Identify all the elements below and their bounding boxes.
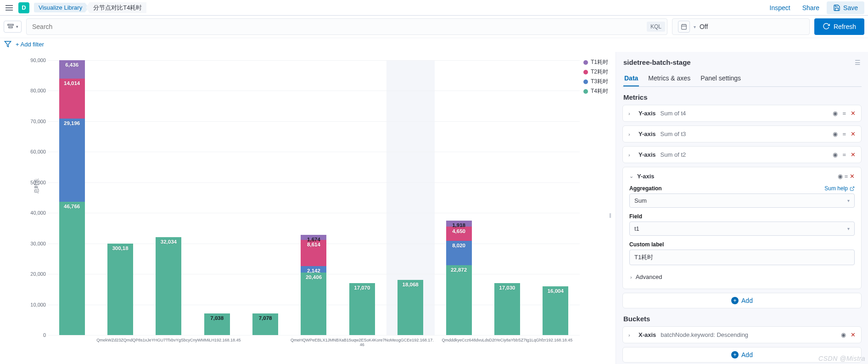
- bar-column[interactable]: 17,030: [483, 60, 531, 335]
- search-input[interactable]: [32, 23, 644, 30]
- eye-icon[interactable]: ◉: [833, 151, 838, 158]
- delete-icon[interactable]: ✕: [851, 151, 856, 158]
- tab-metrics-axes[interactable]: Metrics & axes: [647, 71, 691, 86]
- legend-label: T1耗时: [591, 58, 608, 66]
- eye-icon[interactable]: ◉: [838, 173, 843, 180]
- sum-help-link[interactable]: Sum help: [824, 185, 855, 192]
- aggregation-label: Aggregation Sum help: [629, 185, 855, 192]
- bar-segment[interactable]: 22,872: [446, 265, 472, 335]
- date-picker[interactable]: ▾ Off: [672, 18, 810, 35]
- filter-toggle[interactable]: ▾: [4, 21, 22, 33]
- eye-icon[interactable]: ◉: [841, 331, 846, 338]
- segment-label: 6,436: [65, 62, 78, 68]
- segment-label: 1,918: [452, 222, 465, 228]
- bar-segment[interactable]: 46,766: [59, 202, 85, 335]
- bar-stack: 18,068: [398, 60, 423, 335]
- bar-column[interactable]: 18,068: [386, 60, 435, 335]
- bar-segment[interactable]: 8,020: [446, 241, 472, 265]
- save-button[interactable]: Save: [827, 1, 864, 14]
- bar-segment[interactable]: 6,436: [59, 60, 85, 79]
- refresh-label: Refresh: [834, 23, 856, 30]
- filter-icon: [7, 23, 14, 30]
- segment-label: 8,020: [452, 243, 465, 248]
- calendar-icon[interactable]: [678, 21, 690, 33]
- drag-icon[interactable]: =: [842, 131, 846, 137]
- side-panel: sidetree-batch-stage ☰ Data Metrics & ax…: [616, 52, 868, 364]
- drag-icon[interactable]: =: [842, 110, 846, 117]
- delete-icon[interactable]: ✕: [850, 173, 855, 180]
- segment-label: 17,030: [499, 285, 515, 290]
- drag-icon[interactable]: =: [842, 151, 846, 158]
- bar-column[interactable]: 22,8728,0204,6501,918: [435, 60, 483, 335]
- bar-segment[interactable]: 32,034: [156, 237, 181, 335]
- share-link[interactable]: Share: [798, 1, 824, 14]
- bar-column[interactable]: 20,4062,1428,6141,674: [290, 60, 338, 335]
- delete-icon[interactable]: ✕: [851, 331, 856, 338]
- bucket-row[interactable]: › X-axis batchNode.keyword: Descending ◉…: [622, 326, 862, 343]
- bar-column[interactable]: 17,070: [338, 60, 386, 335]
- field-select[interactable]: t1▾: [629, 222, 855, 236]
- bar-segment[interactable]: 7,038: [204, 313, 230, 335]
- delete-icon[interactable]: ✕: [851, 131, 856, 137]
- eye-icon[interactable]: ◉: [833, 131, 838, 137]
- tab-panel-settings[interactable]: Panel settings: [700, 71, 742, 86]
- date-value: Off: [700, 23, 708, 30]
- legend-item[interactable]: T1耗时: [583, 58, 608, 66]
- bar-column[interactable]: 300,18: [96, 60, 144, 335]
- bar-column[interactable]: 46,76629,19614,0146,436: [48, 60, 96, 335]
- bar-segment[interactable]: 1,674: [301, 235, 326, 240]
- metric-expanded-header[interactable]: ⌄ Y-axis ◉ = ✕: [629, 173, 855, 180]
- inspect-link[interactable]: Inspect: [765, 1, 795, 14]
- segment-label: 20,406: [306, 274, 322, 280]
- bar-stack: 22,8728,0204,6501,918: [446, 60, 472, 335]
- bar-segment[interactable]: 20,406: [301, 273, 326, 335]
- legend-dot-icon: [583, 60, 588, 65]
- bar-column[interactable]: 7,038: [193, 60, 241, 335]
- bar-segment[interactable]: 1,918: [446, 221, 472, 227]
- y-tick: 70,000: [30, 119, 46, 124]
- bar-segment[interactable]: 300,18: [107, 244, 133, 335]
- metric-row[interactable]: ›Y-axisSum of t2◉=✕: [622, 146, 862, 163]
- metric-axis-label: Y-axis: [637, 173, 655, 180]
- metric-row[interactable]: ›Y-axisSum of t3◉=✕: [622, 125, 862, 142]
- bar-segment[interactable]: 4,650: [446, 227, 472, 241]
- refresh-button[interactable]: Refresh: [814, 18, 864, 35]
- bar-segment[interactable]: 14,014: [59, 79, 85, 119]
- delete-icon[interactable]: ✕: [851, 110, 856, 117]
- add-filter-link[interactable]: + Add filter: [16, 41, 44, 48]
- bar-segment[interactable]: 17,030: [494, 283, 520, 335]
- app-badge[interactable]: D: [18, 2, 29, 13]
- breadcrumb-library[interactable]: Visualize Library: [34, 3, 89, 12]
- filter-funnel-icon[interactable]: [4, 40, 12, 48]
- metric-row[interactable]: ›Y-axisSum of t4◉=✕: [622, 105, 862, 122]
- panel-resize-handle[interactable]: ‖: [608, 208, 612, 222]
- panel-options-icon[interactable]: ☰: [855, 59, 861, 66]
- metric-expanded: ⌄ Y-axis ◉ = ✕ Aggregation Sum help Sum▾…: [622, 167, 862, 289]
- bar-segment[interactable]: 2,142: [301, 266, 326, 273]
- eye-icon[interactable]: ◉: [833, 110, 838, 117]
- bar-segment[interactable]: 7,078: [252, 313, 278, 335]
- advanced-toggle[interactable]: › Advanced: [629, 271, 855, 283]
- drag-icon[interactable]: =: [845, 173, 848, 180]
- bar-segment[interactable]: 18,068: [398, 280, 423, 335]
- bar-column[interactable]: 7,078: [241, 60, 289, 335]
- bar-segment[interactable]: 17,070: [349, 283, 375, 335]
- legend-item[interactable]: T3耗时: [583, 78, 608, 85]
- bar-segment[interactable]: 16,004: [543, 286, 568, 335]
- segment-label: 46,766: [64, 204, 80, 209]
- bar-column[interactable]: 32,034: [145, 60, 193, 335]
- aggregation-select[interactable]: Sum▾: [629, 193, 855, 208]
- plot: 46,76629,19614,0146,436300,1832,0347,038…: [48, 60, 580, 335]
- legend-item[interactable]: T2耗时: [583, 68, 608, 76]
- custom-label-input[interactable]: T1耗时: [629, 250, 855, 265]
- tab-data[interactable]: Data: [623, 71, 639, 86]
- bar-segment[interactable]: 29,196: [59, 119, 85, 202]
- kql-badge[interactable]: KQL: [647, 22, 665, 32]
- menu-toggle-icon[interactable]: [4, 2, 15, 13]
- legend-item[interactable]: T4耗时: [583, 87, 608, 95]
- search-box[interactable]: KQL: [26, 18, 667, 35]
- bar-segment[interactable]: 8,614: [301, 240, 326, 266]
- bar-column[interactable]: 16,004: [532, 60, 580, 335]
- add-metric-button[interactable]: + Add: [622, 293, 862, 308]
- x-tick: QmekWZd23ZQmdQP8s1xJeYHGU7TfxbvYgSbcyCny…: [48, 335, 290, 361]
